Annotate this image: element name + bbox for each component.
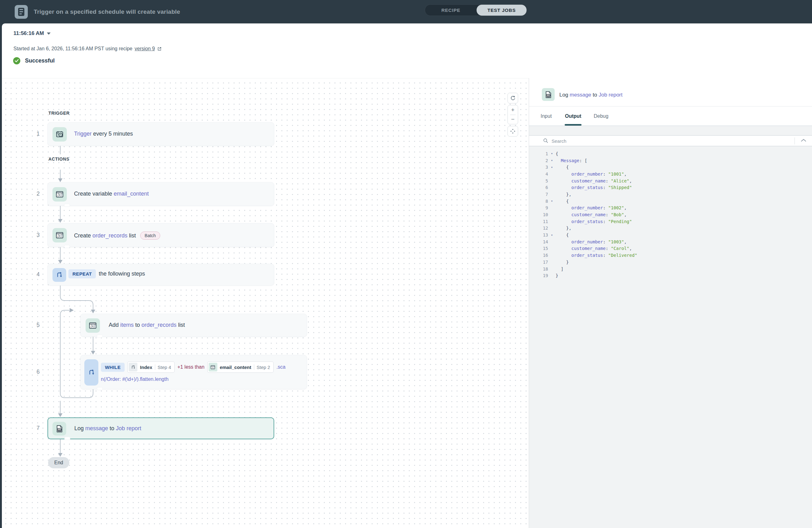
line-number: 8	[529, 199, 548, 204]
json-line-content: },	[555, 192, 571, 197]
step-4-label: the following steps	[99, 271, 145, 277]
json-line: 3▾ {	[529, 164, 812, 171]
log-message-icon: LOG	[542, 88, 555, 101]
step-card-trigger[interactable]: Trigger every 5 minutes	[47, 122, 274, 146]
trigger-section-label: TRIGGER	[48, 111, 70, 116]
step-card-add-items[interactable]: [x] Add items to order_records list	[80, 314, 307, 337]
json-line-content: order_number: "1001",	[555, 172, 627, 176]
step-card-repeat[interactable]: REPEAT the following steps	[47, 264, 274, 286]
json-line-content: }	[555, 273, 558, 278]
recipe-version-link[interactable]: version 9	[135, 46, 155, 52]
zoom-in-button[interactable]: +	[508, 105, 518, 115]
inline-link[interactable]: items	[120, 322, 134, 328]
test-jobs-tab[interactable]: TEST JOBS	[477, 5, 526, 16]
line-number: 1	[529, 151, 548, 156]
datapill-email-content[interactable]: [x] email_content Step 2	[207, 361, 274, 373]
step-card-create-list[interactable]: [x] Create order_records listBatch	[47, 223, 274, 247]
inline-link[interactable]: message	[570, 92, 591, 98]
recipe-testjobs-toggle: RECIPE TEST JOBS	[425, 4, 527, 16]
step-5-label: Add items to order_records list	[109, 322, 185, 328]
fit-view-button[interactable]	[508, 126, 518, 137]
search-input[interactable]	[551, 136, 783, 146]
job-time-label: 11:56:16 AM	[13, 30, 44, 37]
inline-link[interactable]: Trigger	[74, 131, 91, 137]
inline-link[interactable]: email_content	[114, 190, 149, 197]
json-line: 9 order_number: "1002",	[529, 205, 812, 212]
fold-toggle-icon[interactable]: ▾	[548, 152, 555, 156]
loop-mini-icon	[129, 363, 137, 371]
json-line-content: ]	[555, 267, 563, 271]
json-line: 4 order_number: "1001",	[529, 171, 812, 177]
end-marker: End	[48, 457, 69, 468]
log-message-icon: LOG	[53, 422, 66, 436]
zoom-controls: + −	[508, 105, 518, 124]
datapill-index[interactable]: Index Step 4	[127, 361, 175, 373]
line-number: 5	[529, 179, 548, 183]
tab-debug[interactable]: Debug	[594, 106, 608, 126]
job-started-line: Started at Jan 6, 2026, 11:56:16 AM PST …	[13, 46, 162, 52]
recipe-tab[interactable]: RECIPE	[425, 5, 477, 16]
json-line-content: {	[555, 232, 569, 238]
reset-icon	[510, 95, 516, 101]
line-number: 10	[529, 212, 548, 217]
output-json-tree: 1▾{2▾ Message: [3▾ {4 order_number: "100…	[529, 150, 812, 279]
json-line-content: order_number: "1002",	[555, 205, 627, 210]
while-keyword-badge: WHILE	[101, 363, 125, 372]
json-line: 16 order_status: "Delivered"	[529, 252, 812, 259]
svg-text:[x]: [x]	[212, 366, 214, 368]
step-output-panel: LOG Log message to Job report Input Outp…	[529, 78, 812, 528]
zoom-out-button[interactable]: −	[508, 115, 518, 124]
json-line-content: {	[555, 199, 569, 204]
step-1-label: Trigger every 5 minutes	[74, 131, 133, 137]
json-line: 18 ]	[529, 266, 812, 272]
inline-text: Create	[74, 232, 92, 239]
svg-text:[x]: [x]	[57, 234, 62, 238]
step-number-7: 7	[28, 425, 40, 431]
json-line: 1▾{	[529, 150, 812, 157]
json-line: 13▾ {	[529, 231, 812, 238]
step-2-label: Create variable email_content	[74, 190, 149, 197]
output-searchbar	[529, 135, 812, 146]
line-number: 11	[529, 219, 548, 224]
reset-view-button[interactable]	[508, 93, 518, 103]
while-operator-text: +1 less than	[177, 364, 205, 370]
inline-link[interactable]: order_records	[92, 232, 127, 239]
tab-output[interactable]: Output	[565, 106, 581, 126]
top-bar: Trigger on a specified schedule will cre…	[0, 0, 812, 24]
line-number: 19	[529, 273, 548, 278]
json-line: 10 customer_name: "Bob",	[529, 211, 812, 218]
inline-link[interactable]: order_records	[142, 322, 176, 328]
step-card-while[interactable]: WHILE Index Step 4 +1 less than	[80, 355, 307, 389]
variable-mini-icon: [x]	[208, 363, 217, 371]
panel-step-title: Log message to Job report	[559, 92, 622, 98]
line-number: 9	[529, 205, 548, 210]
fold-toggle-icon[interactable]: ▾	[548, 199, 555, 203]
step-number-1: 1	[28, 131, 40, 137]
json-line-content: customer_name: "Bob",	[555, 212, 627, 217]
job-time-dropdown[interactable]: 11:56:16 AM	[13, 30, 50, 37]
collapse-chevron-icon[interactable]	[801, 139, 807, 142]
fold-toggle-icon[interactable]: ▾	[548, 165, 555, 169]
tab-input[interactable]: Input	[541, 106, 552, 126]
fold-toggle-icon[interactable]: ▾	[548, 233, 555, 237]
json-line: 14 order_number: "1003",	[529, 238, 812, 245]
step-card-log-message[interactable]: LOG Log message to Job report	[47, 417, 274, 439]
schedule-trigger-icon	[53, 127, 67, 142]
job-status: Successful	[13, 57, 55, 65]
line-number: 4	[529, 172, 548, 176]
inline-link[interactable]: Job report	[116, 425, 141, 432]
json-line-content: }	[555, 260, 569, 265]
json-line-content: Message: [	[555, 158, 587, 163]
recipe-canvas[interactable]: TRIGGER ACTIONS 1 2 3 4 5 6 7 Trigger ev…	[2, 78, 529, 528]
step-3-label: Create order_records listBatch	[74, 231, 160, 240]
json-line: 2▾ Message: [	[529, 157, 812, 164]
line-number: 12	[529, 226, 548, 231]
active-tab-underline	[565, 124, 581, 126]
inline-link[interactable]: Job report	[599, 92, 623, 98]
json-line: 5 customer_name: "Alice",	[529, 177, 812, 184]
inline-text: to	[134, 322, 142, 328]
fold-toggle-icon[interactable]: ▾	[548, 158, 555, 162]
inline-link[interactable]: message	[85, 425, 108, 432]
step-card-create-variable[interactable]: [x] Create variable email_content	[47, 182, 274, 206]
repeat-loop-icon	[53, 268, 66, 282]
